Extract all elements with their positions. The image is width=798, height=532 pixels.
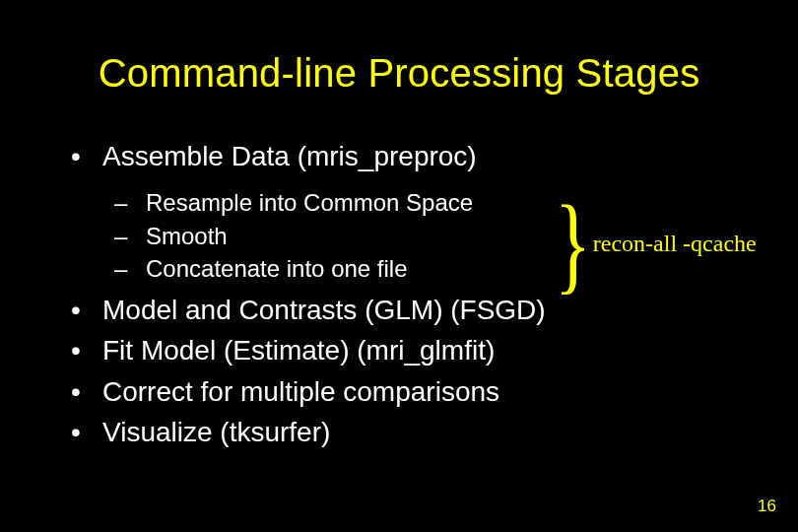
bullet-text: Fit Model (Estimate) (mri_glmfit)	[102, 335, 495, 366]
bullet-correct-comparisons: Correct for multiple comparisons	[65, 374, 759, 410]
slide: Command-line Processing Stages Assemble …	[0, 0, 798, 532]
page-number: 16	[758, 497, 776, 516]
bullet-fit-model: Fit Model (Estimate) (mri_glmfit)	[65, 333, 759, 368]
sub-bullet-text: Smooth	[146, 223, 228, 249]
slide-content: Assemble Data (mris_preproc) Resample in…	[0, 139, 798, 450]
bullet-text: Model and Contrasts (GLM) (FSGD)	[102, 295, 546, 325]
bullet-text: Correct for multiple comparisons	[102, 376, 499, 407]
bullet-text: Assemble Data (mris_preproc)	[102, 141, 477, 171]
sub-bullet-text: Resample into Common Space	[146, 189, 473, 216]
sub-bullet-text: Concatenate into one file	[146, 255, 408, 282]
bullet-text: Visualize (tksurfer)	[102, 417, 330, 447]
bullet-visualize: Visualize (tksurfer)	[65, 415, 759, 450]
main-bullet-list: Assemble Data (mris_preproc) Resample in…	[65, 139, 759, 450]
brace-annotation: } recon-all -qcache	[547, 195, 757, 293]
curly-brace-icon: }	[555, 195, 591, 293]
brace-label: recon-all -qcache	[593, 231, 757, 257]
slide-title: Command-line Processing Stages	[0, 0, 798, 96]
bullet-model-contrasts: Model and Contrasts (GLM) (FSGD)	[65, 293, 759, 328]
